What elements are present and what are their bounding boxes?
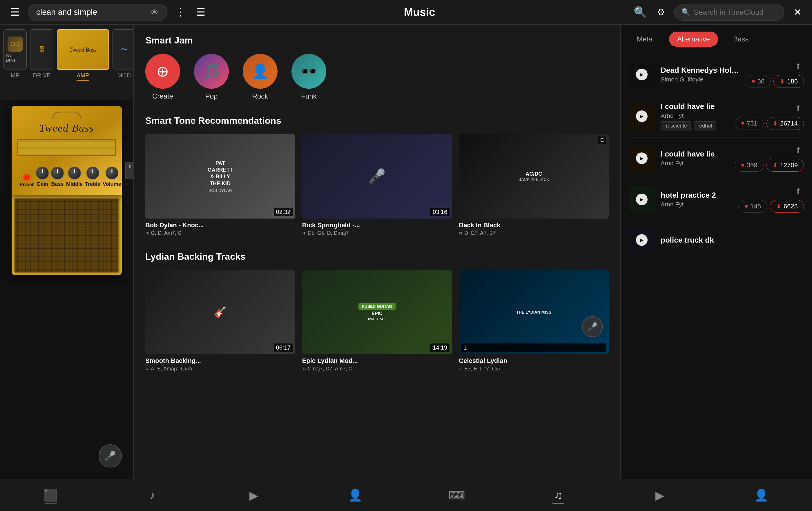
power-led	[24, 175, 30, 180]
like-count-3: 359	[747, 161, 757, 169]
menu-button[interactable]: ☰	[8, 5, 22, 20]
amp-cabinet	[11, 196, 122, 275]
lydian-title: Lydian Backing Tracks	[145, 251, 609, 262]
download-button-2[interactable]: ⬇ 26714	[766, 117, 804, 130]
gain-knob[interactable]: Gain	[36, 167, 49, 187]
heart-icon-2: ♥	[741, 120, 745, 127]
like-button-2[interactable]: ♥ 731	[735, 117, 763, 130]
close-button[interactable]: ✕	[791, 5, 804, 19]
jam-circle-funk: 🕶️	[291, 54, 326, 89]
tone-actions-1: ⬆ ♥ 36 ⬇ 186	[746, 61, 804, 88]
volume-knob[interactable]: Volume	[103, 167, 121, 187]
nav-item-video-right[interactable]: ▶	[609, 489, 710, 502]
nav-item-music-center[interactable]: ♫	[508, 489, 609, 502]
video-card-acdc[interactable]: AC/DC BACK IN BLACK C Back In Black ≋ D,…	[459, 134, 609, 236]
like-count-1: 36	[757, 78, 764, 85]
nav-item-video-left[interactable]: ▶	[203, 489, 304, 502]
play-button-4[interactable]: ▶	[636, 193, 647, 205]
jam-circle-create: ⊕	[145, 54, 180, 89]
tone-item-3[interactable]: ▶ I could have lie Arno Fyt ⬆ ♥ 359	[629, 138, 804, 179]
like-button-4[interactable]: ♥ 148	[738, 200, 767, 213]
play-overlay-3: ▶	[629, 145, 655, 171]
tone-tag-frusciente: frusciente	[661, 121, 691, 130]
video-card-smooth[interactable]: 🎸 06:17 Smooth Backing... ≋ A, B, Amaj7,…	[145, 270, 295, 372]
video-card-rick[interactable]: 🎤 03:16 Rick Springfield -... ≋ D5, G5, …	[302, 134, 452, 236]
tone-item-4[interactable]: ▶ hotel practice 2 Arno Fyt ⬆ ♥ 148	[629, 179, 804, 220]
pedal-tab-drive[interactable]: DRIVE	[33, 72, 51, 79]
play-button-2[interactable]: ▶	[636, 111, 647, 122]
filter-button[interactable]: ⚙	[655, 5, 667, 19]
video-duration-dylan: 02:32	[274, 208, 293, 216]
search-input[interactable]: clean and simple	[36, 7, 147, 17]
video-card-epic[interactable]: FUSED GUITAR EPICJAM TRACK 14:19 Epic Ly…	[302, 270, 452, 372]
download-icon-4: ⬇	[776, 203, 781, 210]
nav-item-pedalboard-left[interactable]: ⬛	[0, 488, 102, 502]
middle-panel: Smart Jam ⊕ Create 🎵 Pop 👤	[134, 25, 620, 479]
download-button-4[interactable]: ⬇ 6623	[770, 200, 804, 213]
mic-button[interactable]: 🎤	[98, 444, 122, 468]
play-overlay-4: ▶	[629, 186, 655, 212]
tone-item-5[interactable]: ▶ police truck dk	[629, 220, 804, 260]
nav-item-profile-right[interactable]: 👤	[710, 488, 812, 502]
jam-item-pop[interactable]: 🎵 Pop	[194, 54, 229, 100]
video-title-smooth: Smooth Backing...	[145, 357, 295, 365]
tonecloud-search-input[interactable]	[694, 8, 777, 17]
filter-tab-metal[interactable]: Metal	[629, 32, 662, 47]
tone-info-4: hotel practice 2 Arno Fyt	[661, 191, 732, 208]
tonecloud-search-icon: 🔍	[682, 8, 690, 16]
share-button-2[interactable]: ⬆	[793, 103, 804, 114]
video-duration-rick: 03:16	[430, 208, 450, 216]
nav-item-music-left[interactable]: ♪	[102, 489, 203, 502]
play-button-3[interactable]: ▶	[636, 152, 647, 164]
video-title-dylan: Bob Dylan - Knoc...	[145, 221, 295, 229]
download-count-4: 6623	[784, 203, 798, 210]
lydian-video-row: 🎸 06:17 Smooth Backing... ≋ A, B, Amaj7,…	[145, 270, 609, 372]
jam-item-rock[interactable]: 👤 Rock	[243, 54, 278, 100]
filter-tab-bass[interactable]: Bass	[725, 32, 757, 47]
middle-knob[interactable]: Middle	[66, 167, 83, 187]
jam-item-create[interactable]: ⊕ Create	[145, 54, 180, 100]
video-chords-dylan: ≋ G, D, Am7, C	[145, 230, 295, 236]
like-button-1[interactable]: ♥ 36	[746, 75, 771, 88]
heart-icon-1: ♥	[752, 78, 755, 85]
list-icon-button[interactable]: ☰	[194, 5, 208, 20]
download-button-1[interactable]: ⬇ 186	[774, 75, 804, 88]
jam-item-funk[interactable]: 🕶️ Funk	[291, 54, 326, 100]
video-card-dylan[interactable]: PATGARRETT& BILLYTHE KID BOB DYLAN 02:32…	[145, 134, 295, 236]
play-overlay-2: ▶	[629, 103, 655, 129]
amp-image: Tweed Bass Power Gain Bass	[6, 106, 127, 275]
download-button-3[interactable]: ⬇ 12709	[766, 159, 804, 172]
treble-knob[interactable]: Treble	[85, 167, 100, 187]
bass-label: Bass	[51, 181, 64, 187]
play-button-5[interactable]: ▶	[636, 234, 647, 246]
bass-knob[interactable]: Bass	[51, 167, 64, 187]
tone-thumb-3: ▶	[629, 145, 655, 171]
search-button[interactable]: 🔍	[631, 5, 649, 20]
nav-item-profile-left[interactable]: 👤	[304, 488, 406, 502]
power-switch[interactable]: Power	[20, 175, 34, 187]
action-row-3: ♥ 359 ⬇ 12709	[735, 159, 804, 172]
chord-icon-6: ≋	[459, 366, 463, 371]
video-thumb-rick: 🎤 03:16	[302, 134, 452, 218]
music-icon-left: ♪	[149, 489, 155, 502]
like-button-3[interactable]: ♥ 359	[735, 159, 763, 172]
nav-item-keyboard[interactable]: ⌨	[406, 489, 508, 502]
pedal-tab-amp[interactable]: AMP	[77, 72, 89, 81]
share-button-3[interactable]: ⬆	[793, 145, 804, 156]
video-card-celestial[interactable]: THE LYDIAN MISS 1 Celestial Lydian ≋ E7,…	[459, 270, 609, 372]
tone-item-1[interactable]: ▶ Dead Kennedys Holiday in Ca... Simon G…	[629, 54, 804, 95]
tone-tags-2: frusciente redhot	[661, 121, 729, 130]
download-count-1: 186	[787, 78, 798, 85]
share-button-1[interactable]: ⬆	[793, 61, 804, 72]
chord-icon-4: ≋	[145, 366, 149, 371]
tone-name-2: I could have lie	[661, 102, 729, 111]
pedal-tab-mod[interactable]: MOD	[117, 72, 131, 79]
pedal-tab-mp[interactable]: MP	[11, 72, 20, 79]
filter-tab-alternative[interactable]: Alternative	[669, 32, 718, 47]
tone-item-2[interactable]: ▶ I could have lie Arno Fyt frusciente r…	[629, 95, 804, 138]
video-title-acdc: Back In Black	[459, 221, 609, 229]
share-button-4[interactable]: ⬆	[793, 186, 804, 197]
mic-overlay-button[interactable]: 🎤	[582, 316, 603, 337]
left-panel: OD Over Drive MP 🎛 DRIVE Tweed Bass	[0, 25, 134, 479]
more-options-button[interactable]: ⋮	[173, 5, 188, 20]
